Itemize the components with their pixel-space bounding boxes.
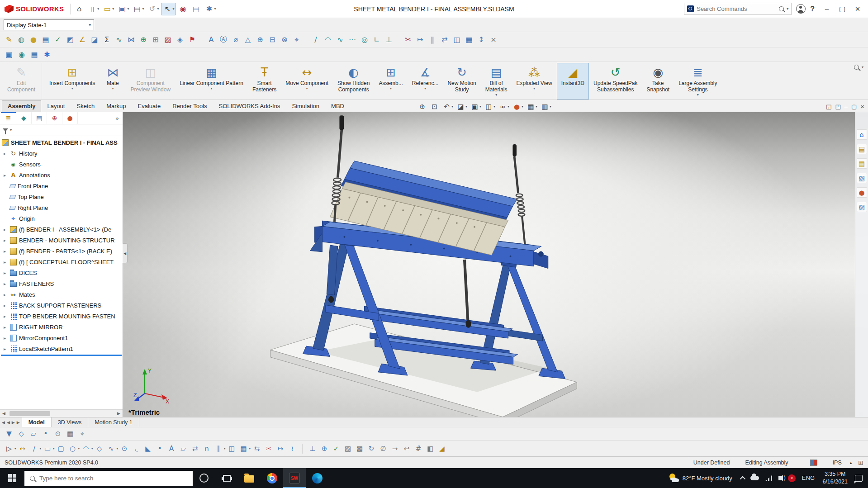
weld-symbol-icon[interactable]: △: [242, 34, 253, 45]
tree-item[interactable]: ▸ RIGHT MIRROR: [0, 322, 123, 332]
zoom-fit-icon[interactable]: ⊕: [418, 102, 427, 111]
display-state-dropdown[interactable]: Display State-1 ▾: [4, 19, 94, 30]
expand-arrow-icon[interactable]: ▸: [2, 173, 8, 178]
geometric-tolerance-icon[interactable]: ⊕: [255, 34, 266, 45]
expand-arrow-icon[interactable]: ▸: [2, 260, 8, 265]
tree-item[interactable]: ▸ (f) BENDER - PARTS<1> (BACK E): [0, 246, 123, 256]
document-tab[interactable]: 3D Views: [52, 417, 89, 427]
expand-arrow-icon[interactable]: ▸: [2, 249, 8, 254]
undock-panel-icon[interactable]: ◱: [826, 103, 831, 110]
displaymanager-tab-icon[interactable]: ●: [62, 112, 78, 124]
split-line-icon[interactable]: ∕: [310, 34, 321, 45]
filter-funnel-icon[interactable]: [3, 128, 8, 132]
tree-item[interactable]: ▸ History: [0, 148, 123, 159]
circle-icon[interactable]: ○ ▾: [67, 443, 80, 454]
slot-icon[interactable]: ▢: [56, 443, 66, 454]
document-tab[interactable]: Model: [22, 417, 52, 427]
paint-format-icon[interactable]: ▨: [162, 34, 173, 45]
tree-item[interactable]: Right Plane: [0, 202, 123, 213]
ribbon-button[interactable]: ◢ Instant3D: [557, 63, 589, 99]
document-restore-button[interactable]: ▢: [851, 103, 857, 110]
settings-gear-icon[interactable]: ✱: [42, 49, 52, 60]
zoom-area-icon[interactable]: ⊡: [430, 102, 439, 111]
tree-item[interactable]: ▸ Annotations: [0, 170, 123, 180]
scene-icon[interactable]: ◍: [16, 34, 27, 45]
dock-panel-icon[interactable]: ◳: [835, 103, 840, 110]
tree-item[interactable]: ▸ Mates: [0, 289, 123, 300]
hide-show-items-icon[interactable]: ∞ ▾: [498, 102, 509, 111]
filter-faces-icon[interactable]: ▱: [28, 428, 39, 439]
print-icon[interactable]: ▤ ▾: [131, 3, 145, 15]
plane-icon[interactable]: ▱: [178, 443, 189, 454]
file-explorer-icon[interactable]: ▦: [857, 158, 867, 169]
document-minimize-button[interactable]: –: [844, 103, 848, 110]
expand-arrow-icon[interactable]: ▸: [2, 151, 8, 156]
file-explorer-icon[interactable]: [238, 468, 261, 488]
selection-filter-icon[interactable]: ▼: [4, 428, 14, 439]
extend-entities-icon[interactable]: ↦: [275, 443, 286, 454]
ribbon-button[interactable]: ◫ Component Preview Window: [126, 63, 175, 99]
tree-item[interactable]: ▸ DICES: [0, 267, 123, 278]
fully-define-sketch-icon[interactable]: ✓: [331, 443, 342, 454]
tree-item[interactable]: ▸ TOP BENDER MOUNTING FASTEN: [0, 311, 123, 322]
weather-widget[interactable]: 82°F Mostly cloudy: [664, 473, 737, 483]
ribbon-button[interactable]: ▤ Bill of Materials ▾: [481, 63, 512, 99]
sketch-numeric-input-icon[interactable]: #: [413, 443, 424, 454]
area-hatch-icon[interactable]: ▩: [354, 443, 365, 454]
perpendicular-icon[interactable]: ⊥: [384, 34, 394, 45]
window-restore-button[interactable]: ▢: [835, 2, 850, 16]
onedrive-icon[interactable]: [747, 468, 762, 488]
tree-item[interactable]: Origin: [0, 213, 123, 224]
ribbon-button[interactable]: ↔ Move Component ▾: [281, 63, 333, 99]
selection-set-icon[interactable]: ◈: [175, 34, 185, 45]
ellipse-icon[interactable]: ⊙: [119, 443, 130, 454]
prev-tab-icon[interactable]: ◀: [7, 420, 10, 425]
mirror-entities-icon[interactable]: ◫: [227, 443, 237, 454]
featuremanager-tab-icon[interactable]: ≣: [1, 112, 16, 124]
command-manager-tab[interactable]: Markup: [100, 100, 132, 112]
offset-entities-icon[interactable]: ∥ ▾: [213, 443, 226, 454]
curve-through-points-icon[interactable]: ⋯: [347, 34, 358, 45]
scrollbar-thumb[interactable]: [9, 411, 50, 416]
flag-icon[interactable]: ⚑: [187, 34, 198, 45]
open-icon[interactable]: ▭ ▾: [101, 3, 115, 15]
preview-sphere-icon[interactable]: ◉: [16, 49, 27, 60]
language-indicator[interactable]: ENG: [799, 468, 818, 488]
instant2d-icon[interactable]: ◢: [436, 443, 447, 454]
symmetry-check-icon[interactable]: ⋈: [126, 34, 137, 45]
import-diagnostics-icon[interactable]: ⊕: [138, 34, 149, 45]
expand-arrow-icon[interactable]: ▸: [2, 270, 8, 275]
check-icon[interactable]: ✓: [52, 34, 63, 45]
tree-item[interactable]: Sensors: [0, 159, 123, 170]
window-minimize-button[interactable]: –: [819, 2, 835, 16]
linear-sketch-pattern-icon[interactable]: ▦ ▾: [238, 443, 251, 454]
right-handle[interactable]: [512, 144, 525, 244]
ribbon-button[interactable]: ⊞ Insert Components ▾: [45, 63, 100, 99]
network-icon[interactable]: [762, 468, 775, 488]
document-tab[interactable]: Motion Study 1: [88, 417, 139, 427]
curvature-icon[interactable]: ∿: [114, 34, 124, 45]
sketch-picture-icon[interactable]: ▨: [342, 443, 353, 454]
command-manager-tab[interactable]: Assembly: [2, 100, 41, 112]
expand-arrow-icon[interactable]: ▸: [2, 336, 8, 341]
datum-feature-icon[interactable]: ⊟: [267, 34, 278, 45]
assembly-3d-model[interactable]: [123, 112, 868, 417]
magnifier-icon[interactable]: ⊙: [52, 428, 63, 439]
tree-item[interactable]: Front Plane: [0, 180, 123, 191]
solidworks-app-icon[interactable]: SW: [283, 468, 306, 488]
delete-icon[interactable]: ×: [488, 34, 499, 45]
offset-icon[interactable]: ∥: [427, 34, 438, 45]
action-center-icon[interactable]: [855, 475, 863, 482]
help-icon[interactable]: ?: [810, 5, 815, 13]
trim-icon[interactable]: ✂: [403, 34, 413, 45]
dimxpertmanager-tab-icon[interactable]: ⊕: [47, 112, 62, 124]
command-manager-tab[interactable]: MBD: [325, 100, 350, 112]
command-manager-tab[interactable]: SOLIDWORKS Add-Ins: [213, 100, 286, 112]
project-curve-icon[interactable]: ◠: [323, 34, 333, 45]
units-caret-icon[interactable]: ▴: [850, 460, 852, 465]
filter-edges-icon[interactable]: ◇: [16, 428, 27, 439]
point-icon[interactable]: •: [154, 443, 165, 454]
filter-vertices-icon[interactable]: •: [40, 428, 51, 439]
no-solve-move-icon[interactable]: ∅: [378, 443, 389, 454]
graphics-viewport[interactable]: Y X Z *Trimetric ⌂ ▤ ▦ ▧ ● ▨: [123, 112, 868, 417]
